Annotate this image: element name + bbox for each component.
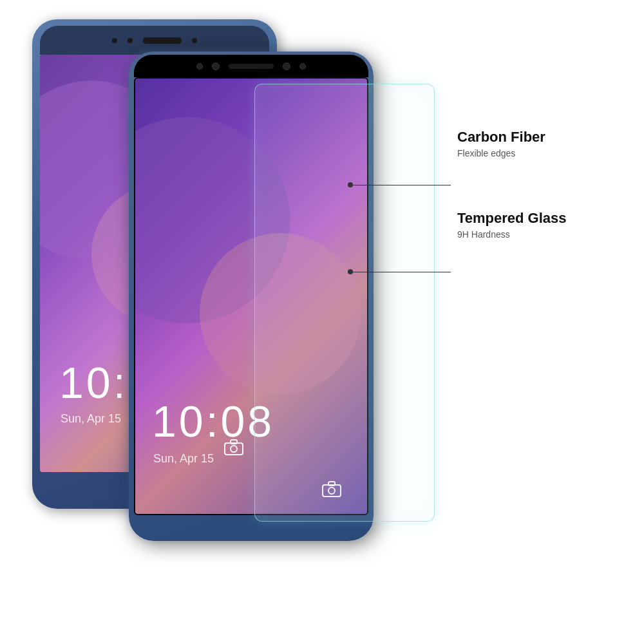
front-phone-date: Sun, Apr 15 bbox=[153, 452, 214, 466]
tempered-glass-subtitle: 9H Hardness bbox=[457, 229, 625, 240]
labels-container: Carbon Fiber Flexible edges Tempered Gla… bbox=[457, 129, 625, 291]
svg-point-1 bbox=[231, 446, 237, 452]
camera-icon bbox=[224, 439, 243, 458]
speaker-grille bbox=[143, 37, 182, 44]
front-sensor2 bbox=[299, 63, 306, 70]
product-scene: 10:08 Sun, Apr 15 10:08 Sun, Apr 15 bbox=[0, 0, 644, 644]
glass-protector bbox=[254, 84, 435, 522]
earpiece-speaker bbox=[229, 64, 274, 69]
back-phone-date: Sun, Apr 15 bbox=[61, 412, 121, 426]
phone-back-top-bar bbox=[40, 26, 269, 55]
carbon-fiber-subtitle: Flexible edges bbox=[457, 148, 625, 158]
front-cam-main bbox=[212, 62, 220, 70]
connector-dot-carbon bbox=[348, 182, 353, 187]
connector-line-glass bbox=[351, 272, 451, 272]
sensor-dot2 bbox=[192, 38, 197, 43]
connector-line-carbon bbox=[351, 185, 451, 185]
svg-rect-2 bbox=[231, 440, 237, 444]
phone-top-bar bbox=[134, 55, 368, 77]
sensor-dot bbox=[128, 38, 133, 43]
tempered-glass-label: Tempered Glass 9H Hardness bbox=[457, 210, 625, 240]
svg-rect-0 bbox=[225, 443, 243, 455]
front-sensor bbox=[283, 62, 290, 70]
carbon-fiber-label: Carbon Fiber Flexible edges bbox=[457, 129, 625, 158]
carbon-fiber-title: Carbon Fiber bbox=[457, 129, 625, 146]
front-cam-dot bbox=[196, 63, 203, 70]
connector-dot-glass bbox=[348, 269, 353, 274]
tempered-glass-title: Tempered Glass bbox=[457, 210, 625, 227]
front-camera-dot bbox=[112, 38, 117, 43]
